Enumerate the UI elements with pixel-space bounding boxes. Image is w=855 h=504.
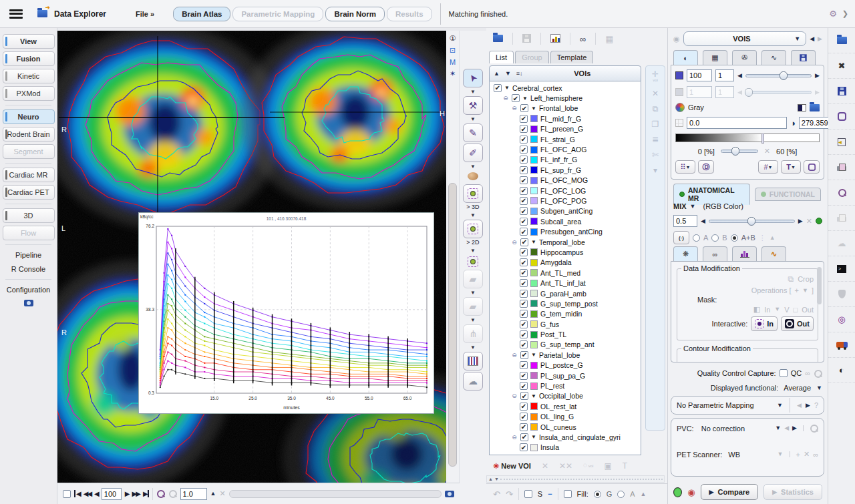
parametric-prev-icon[interactable]: ◀ [797, 403, 802, 409]
plane-b-slider[interactable] [745, 91, 812, 94]
tree-row[interactable]: ✔FL_sup_fr_G [490, 165, 641, 175]
zoom-factor-input[interactable] [180, 488, 207, 500]
invert-lut-icon[interactable] [798, 104, 806, 111]
voi-checkbox[interactable]: ✔ [520, 443, 528, 451]
chevron-down-icon[interactable]: ▼ [470, 116, 476, 122]
parametric-mapping-value[interactable]: No Parametric Mapping [677, 401, 773, 409]
mix-dropdown-icon[interactable]: ▼ [690, 204, 696, 210]
tree-collapse-icon[interactable]: ▼ [531, 239, 536, 245]
circle-voi-button[interactable]: ◌ voi [583, 461, 593, 471]
load-voi-button[interactable] [493, 35, 503, 43]
chevron-down-icon[interactable]: ▼ [470, 317, 476, 323]
interactive-out-button[interactable]: Out [781, 316, 814, 331]
tree-row[interactable]: ✔Ant_TL_med [490, 268, 641, 278]
undo-icon[interactable]: ↶ [493, 489, 500, 499]
voi-checkbox[interactable]: ✔ [520, 290, 528, 298]
pet-scanner-value[interactable]: WB [728, 451, 774, 459]
voi-checkbox[interactable]: ✔ [520, 382, 528, 390]
layout-grid-button[interactable]: ⠿ ▼ [675, 160, 695, 174]
colormap-name[interactable]: Gray [688, 103, 704, 111]
expand-icon[interactable]: ❯ [842, 9, 848, 18]
group-voi-button[interactable]: ▦ [605, 34, 613, 44]
planes-input[interactable] [687, 69, 712, 81]
save-button[interactable] [828, 79, 855, 104]
delete-contour-button[interactable]: ✕ [542, 461, 548, 471]
fast-prev-button[interactable]: ◀◀ [83, 490, 91, 497]
scanner-add-icon[interactable]: + [796, 451, 800, 459]
tree-row[interactable]: ✔FL_OFC_POG [490, 196, 641, 206]
mix-right-arrow[interactable]: ▶ [798, 218, 803, 224]
voi-checkbox[interactable]: ✔ [520, 269, 528, 277]
tree-row[interactable]: ✔FL_OFC_MOG [490, 176, 641, 186]
contrast-button[interactable]: ◐ [828, 358, 855, 383]
cut-voi-button[interactable]: ✄ [652, 151, 659, 159]
configuration-camera-icon[interactable] [0, 300, 57, 308]
eraser-3d-tool-button[interactable]: ▰ [463, 297, 483, 316]
sidebar-item-segment[interactable]: Segment [3, 144, 55, 159]
list-voi-button[interactable]: ≣ [652, 136, 659, 144]
colormap-icon[interactable] [675, 103, 685, 112]
chevron-down-icon[interactable]: ▼ [470, 89, 476, 95]
vertical-scrollbar[interactable] [448, 183, 457, 467]
rounded-view-button[interactable] [804, 160, 820, 174]
plane-left-arrow[interactable]: ◀ [737, 73, 742, 79]
capture-icon[interactable] [445, 491, 454, 497]
fusion-tab-functional[interactable]: FUNCTIONAL [755, 188, 821, 201]
sidebar-item-flow[interactable]: Flow [3, 226, 55, 240]
eraser-tool-button[interactable]: ▰ [463, 270, 483, 288]
tree-row[interactable]: ⊖✔▼Temporal_lobe [490, 237, 641, 247]
tab-link[interactable]: ∞ [703, 246, 727, 261]
target-icon[interactable]: ◉ [687, 487, 695, 497]
footer-more-icon[interactable]: ▲ [641, 491, 647, 497]
tab-layout[interactable]: ▦ [703, 50, 727, 65]
file-menu[interactable]: File » [136, 10, 154, 18]
sort-down-icon[interactable]: ▼ [505, 71, 511, 77]
pvc-prev-icon[interactable]: ◀ [784, 425, 789, 431]
tree-row[interactable]: ⊖✔▼Occipital_lobe [490, 391, 641, 401]
mix-slider[interactable] [709, 220, 795, 223]
new-voi-button[interactable]: ✳ New VOI [493, 462, 531, 471]
voi-checkbox[interactable]: ✔ [520, 136, 528, 144]
zoom-spinner-up[interactable]: ▲ [210, 491, 216, 497]
voi-tab-group[interactable]: Group [515, 51, 549, 63]
page-next-icon[interactable]: ▶ [818, 36, 822, 42]
tab-signal[interactable]: ∿ [761, 50, 786, 65]
compare-button[interactable]: ▶Compare [701, 484, 759, 500]
mask-out-label[interactable]: Out [802, 306, 814, 314]
header-tab-brain-norm[interactable]: Brain Norm [325, 7, 385, 21]
paste-voi-button[interactable]: ❐ [652, 120, 659, 128]
texture-tool-button[interactable] [463, 352, 483, 370]
collapse-icon[interactable]: ◉ [673, 35, 680, 43]
tree-row[interactable]: ✔G_paraH_amb [490, 288, 641, 298]
step-b-input[interactable] [715, 86, 734, 98]
data-explorer-icon[interactable] [37, 10, 47, 17]
zoom-in-icon[interactable] [156, 489, 165, 498]
chevron-down-icon[interactable]: ▼ [470, 344, 476, 350]
tree-expander-icon[interactable]: ⊖ [511, 393, 518, 399]
voi-checkbox[interactable]: ✔ [520, 187, 528, 195]
accept-icon[interactable] [673, 487, 682, 497]
tab-curve[interactable]: ∿ [761, 246, 786, 261]
show-b-radio[interactable] [711, 234, 719, 242]
mix-left-arrow[interactable]: ◀ [701, 218, 705, 224]
chevron-down-icon[interactable]: ▼ [470, 248, 476, 254]
horizontal-scrollbar[interactable] [229, 490, 442, 498]
tree-row[interactable]: ✔Presubgen_antCing [490, 226, 641, 236]
tree-row[interactable]: ✔G_sup_temp_post [490, 298, 641, 308]
sort-order-icon[interactable]: ≡↓ [516, 70, 523, 77]
operations-dropdown-icon[interactable]: ▼ [802, 288, 808, 294]
last-frame-button[interactable]: ▶ [143, 490, 149, 497]
voi-checkbox[interactable]: ✔ [520, 104, 528, 112]
voi-checkbox[interactable]: ✔ [520, 146, 528, 154]
plane-b-left-arrow[interactable]: ◀ [737, 89, 742, 95]
voi-checkbox[interactable]: ✔ [494, 84, 502, 92]
plane-b-right-arrow[interactable]: ▶ [815, 89, 820, 95]
voi-mini-scrollbar[interactable]: ▲▼ [486, 475, 665, 483]
voi-checkbox[interactable]: ✔ [520, 433, 528, 441]
tree-row[interactable]: ✔FL_OFC_AOG [490, 144, 641, 154]
mask-in-label[interactable]: In [764, 306, 770, 314]
tree-row[interactable]: ✔Subgen_antCing [490, 206, 641, 216]
page-selector[interactable]: VOIS ▼ [683, 31, 807, 46]
iso-contour-2d-button[interactable] [463, 220, 483, 238]
voi-checkbox[interactable]: ✔ [520, 300, 528, 308]
